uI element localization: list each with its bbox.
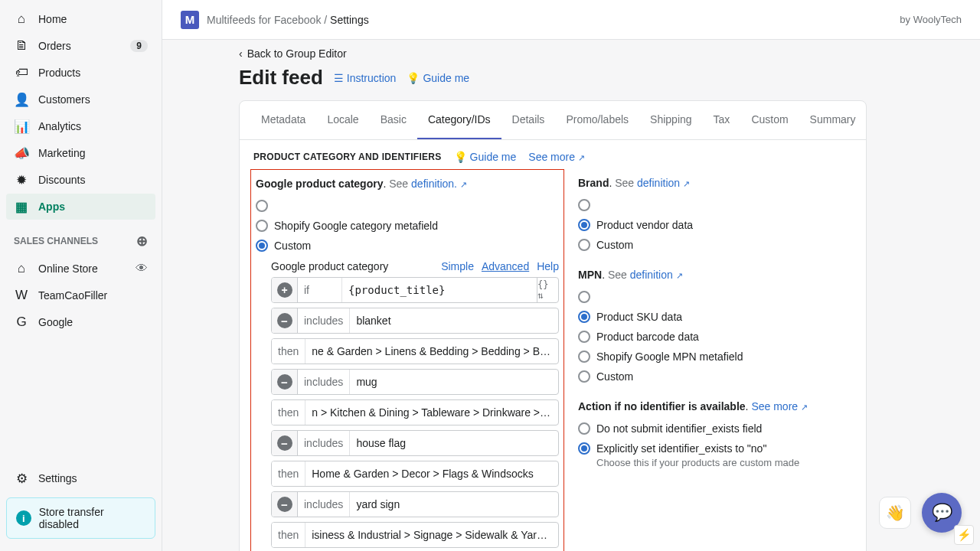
mode-help[interactable]: Help: [537, 260, 559, 272]
remove-rule-icon[interactable]: −: [277, 313, 292, 328]
remove-rule-icon[interactable]: −: [277, 374, 292, 390]
right-panel: Brand. See definition ↗Product vendor da…: [575, 169, 855, 551]
radio-icon: [578, 311, 590, 323]
bolt-button[interactable]: ⚡: [954, 525, 974, 545]
rule-value[interactable]: Home & Garden > Decor > Flags & Windsock…: [305, 461, 558, 486]
sidebar-item-products[interactable]: 🏷Products: [6, 60, 155, 86]
tab-shipping[interactable]: Shipping: [639, 101, 703, 139]
channel-online-store[interactable]: ⌂Online Store👁: [6, 256, 155, 282]
sidebar-item-home[interactable]: ⌂Home: [6, 6, 155, 32]
tab-tax[interactable]: Tax: [703, 101, 741, 139]
gpc-heading: Google product category. See definition.…: [256, 178, 559, 190]
radio-option[interactable]: Product barcode data: [578, 327, 852, 347]
rule-row-4[interactable]: thenn > Kitchen & Dining > Tableware > D…: [271, 399, 559, 425]
rule-row-5[interactable]: −includeshouse flag: [271, 430, 559, 456]
guide-link[interactable]: 💡 Guide me: [407, 72, 469, 84]
rule-value[interactable]: blanket: [350, 308, 558, 333]
radio-icon: [578, 442, 590, 455]
definition-link[interactable]: definition: [630, 269, 673, 281]
rule-keyword: if: [298, 278, 342, 302]
rule-value[interactable]: mug: [350, 370, 558, 394]
rule-value[interactable]: yard sign: [350, 492, 558, 517]
radio-option[interactable]: [578, 287, 852, 307]
sidebar-item-apps[interactable]: ▦Apps: [6, 194, 155, 220]
mode-simple[interactable]: Simple: [441, 260, 474, 272]
section-guide[interactable]: 💡 Guide me: [454, 151, 517, 163]
instruction-link[interactable]: ☰ Instruction: [334, 72, 397, 84]
rule-row-2[interactable]: thenne & Garden > Linens & Bedding > Bed…: [271, 338, 559, 364]
tab-promolabels[interactable]: Promo/labels: [555, 101, 639, 139]
rule-value[interactable]: n > Kitchen & Dining > Tableware > Drink…: [305, 400, 558, 425]
radio-option[interactable]: Custom: [578, 367, 852, 386]
channel-teamcaofiller[interactable]: WTeamCaoFiller: [6, 282, 155, 308]
tab-metadata[interactable]: Metadata: [250, 101, 316, 139]
tab-summary[interactable]: Summary: [799, 101, 867, 139]
tabs: MetadataLocaleBasicCategory/IDsDetailsPr…: [240, 101, 866, 140]
gpc-radio-0[interactable]: [256, 196, 559, 216]
radio-option[interactable]: Product SKU data: [578, 307, 852, 327]
seemore-link[interactable]: See more: [751, 400, 798, 412]
radio-option[interactable]: Custom: [578, 235, 852, 255]
radio-option[interactable]: Do not submit identifier_exists field: [578, 419, 852, 439]
gpc-definition-link[interactable]: definition.: [411, 178, 457, 190]
sidebar-item-customers[interactable]: 👤Customers: [6, 86, 155, 112]
section-seemore[interactable]: See more ↗: [528, 151, 585, 163]
gpc-radio-1[interactable]: Shopify Google category metafield: [256, 216, 559, 236]
radio-icon: [578, 331, 590, 343]
wave-button[interactable]: 👋: [879, 497, 911, 529]
tab-custom[interactable]: Custom: [740, 101, 799, 139]
rule-row-6[interactable]: thenHome & Garden > Decor > Flags & Wind…: [271, 461, 559, 487]
radio-option[interactable]: [578, 195, 852, 215]
gpc-radio-2[interactable]: Custom: [256, 236, 559, 256]
gpc-sub-label: Google product category: [271, 260, 388, 272]
tab-details[interactable]: Details: [501, 101, 556, 139]
rule-row-0[interactable]: +if{product_title}{} ⇅: [271, 277, 559, 303]
gpc-panel: Google product category. See definition.…: [250, 169, 564, 551]
sidebar-item-analytics[interactable]: 📊Analytics: [6, 113, 155, 139]
radio-hint: Choose this if your products are custom …: [596, 457, 852, 468]
rule-row-8[interactable]: thenisiness & Industrial > Signage > Sid…: [271, 522, 559, 548]
mode-advanced[interactable]: Advanced: [482, 260, 529, 272]
radio-option[interactable]: Shopify Google MPN metafield: [578, 347, 852, 367]
remove-rule-icon[interactable]: −: [277, 435, 292, 451]
rule-keyword: then: [272, 339, 305, 364]
rule-value[interactable]: isiness & Industrial > Signage > Sidewal…: [305, 523, 558, 547]
back-link[interactable]: ‹ Back to Group Editor: [239, 47, 980, 60]
tab-locale[interactable]: Locale: [316, 101, 369, 139]
add-rule-icon[interactable]: +: [277, 282, 292, 298]
nav-icon: 📣: [14, 145, 29, 161]
nav-icon: ⌂: [14, 11, 29, 27]
external-icon: ↗: [460, 180, 467, 189]
bulb-icon: 💡: [454, 151, 467, 163]
rule-row-7[interactable]: −includesyard sign: [271, 491, 559, 517]
group-heading: MPN. See definition ↗: [578, 269, 852, 281]
eye-icon[interactable]: 👁: [136, 262, 148, 276]
add-channel-icon[interactable]: ⊕: [136, 233, 148, 249]
rule-token-btn[interactable]: {} ⇅: [537, 278, 558, 302]
feed-card: MetadataLocaleBasicCategory/IDsDetailsPr…: [239, 100, 867, 551]
sidebar-item-marketing[interactable]: 📣Marketing: [6, 140, 155, 166]
sidebar-item-orders[interactable]: 🗎Orders9: [6, 33, 155, 59]
nav-icon: 🗎: [14, 38, 29, 54]
channel-google[interactable]: GGoogle: [6, 309, 155, 335]
radio-option[interactable]: Product vendor data: [578, 215, 852, 235]
rule-row-3[interactable]: −includesmug: [271, 369, 559, 395]
tab-basic[interactable]: Basic: [370, 101, 417, 139]
rule-keyword: includes: [298, 431, 350, 455]
radio-icon: [578, 422, 590, 435]
rule-value[interactable]: house flag: [350, 431, 558, 455]
rule-row-1[interactable]: −includesblanket: [271, 308, 559, 334]
tab-categoryids[interactable]: Category/IDs: [417, 101, 501, 139]
external-icon: ↗: [683, 179, 690, 188]
definition-link[interactable]: definition: [637, 177, 680, 189]
sidebar-settings[interactable]: ⚙ Settings: [6, 465, 155, 491]
radio-option[interactable]: Explicitly set identifier_exists to "no": [578, 439, 852, 458]
gpc-rules: Google product category Simple Advanced …: [271, 260, 559, 551]
nav-icon: ✹: [14, 172, 29, 187]
remove-rule-icon[interactable]: −: [277, 497, 292, 512]
info-icon: i: [16, 510, 31, 526]
chevron-left-icon: ‹: [239, 47, 243, 60]
rule-value[interactable]: {product_title}: [342, 278, 537, 302]
rule-value[interactable]: ne & Garden > Linens & Bedding > Bedding…: [305, 339, 558, 364]
sidebar-item-discounts[interactable]: ✹Discounts: [6, 167, 155, 193]
